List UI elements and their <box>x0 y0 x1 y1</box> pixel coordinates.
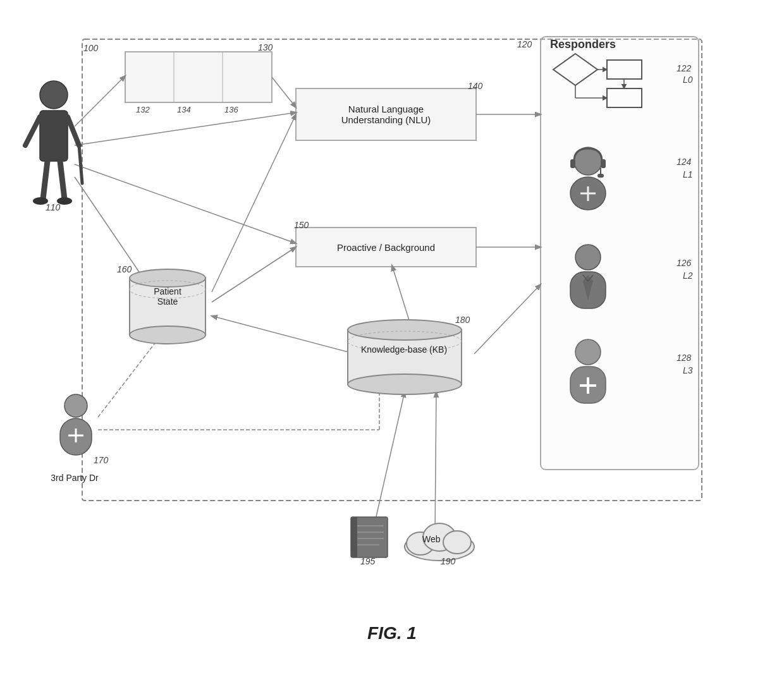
label-195: 195 <box>360 556 375 566</box>
svg-rect-63 <box>570 159 575 168</box>
label-124: 124 <box>677 157 691 167</box>
svg-rect-5 <box>296 88 476 140</box>
svg-line-34 <box>25 117 40 145</box>
svg-line-36 <box>79 145 82 183</box>
label-132: 132 <box>136 105 150 114</box>
diagram-container: 100 120 Responders 130 132 134 136 Natur… <box>0 0 784 675</box>
svg-point-75 <box>575 339 601 365</box>
svg-line-37 <box>43 161 47 199</box>
label-l1: L1 <box>683 169 693 179</box>
person-110 <box>19 76 89 215</box>
svg-point-26 <box>130 326 205 344</box>
label-110: 110 <box>46 202 60 212</box>
label-140: 140 <box>468 81 482 91</box>
label-134: 134 <box>177 105 191 114</box>
svg-rect-64 <box>601 159 606 168</box>
patient-state-cylinder <box>123 265 212 348</box>
svg-point-29 <box>348 320 462 340</box>
responder-l3-icon <box>556 338 620 408</box>
responder-l2-icon <box>556 243 620 313</box>
kb-cylinder <box>341 316 468 398</box>
web-label: Web <box>422 534 441 544</box>
svg-point-32 <box>40 81 68 109</box>
label-190: 190 <box>441 556 455 566</box>
label-136: 136 <box>224 105 238 114</box>
svg-point-70 <box>575 245 601 270</box>
proactive-box: Proactive / Background <box>296 228 476 267</box>
svg-rect-66 <box>597 174 604 178</box>
label-180: 180 <box>455 315 470 325</box>
svg-line-15 <box>212 247 296 302</box>
svg-rect-6 <box>296 228 476 267</box>
patient-state-label: Patient State <box>133 286 202 307</box>
svg-point-25 <box>130 269 205 287</box>
responder-l0-icon <box>550 47 651 123</box>
kb-label: Knowledge-base (KB) <box>353 344 455 355</box>
svg-line-9 <box>75 164 296 243</box>
label-l2: L2 <box>683 271 693 281</box>
svg-rect-57 <box>607 88 642 107</box>
svg-point-41 <box>64 394 87 417</box>
label-126: 126 <box>677 258 691 268</box>
svg-line-8 <box>75 113 296 145</box>
label-128: 128 <box>677 353 691 363</box>
svg-point-48 <box>443 531 471 554</box>
label-120: 120 <box>517 39 532 49</box>
svg-line-14 <box>212 114 296 292</box>
label-170: 170 <box>94 455 108 465</box>
label-150: 150 <box>294 220 309 230</box>
fig-label: FIG. 1 <box>367 623 417 643</box>
svg-line-38 <box>60 161 64 199</box>
label-l0: L0 <box>683 75 693 85</box>
nlu-box: Natural Language Understanding (NLU) <box>296 88 476 140</box>
svg-rect-33 <box>40 111 68 161</box>
label-170-text: 3rd Party Dr <box>37 473 113 483</box>
label-160: 160 <box>117 264 132 274</box>
svg-marker-55 <box>553 54 597 85</box>
svg-line-35 <box>68 117 79 145</box>
svg-line-18 <box>474 284 541 354</box>
label-l3: L3 <box>683 365 693 375</box>
label-122: 122 <box>677 63 691 73</box>
book-195 <box>345 512 395 562</box>
label-100: 100 <box>83 43 98 53</box>
label-130: 130 <box>258 42 273 52</box>
responder-l1-icon <box>556 145 620 215</box>
svg-rect-56 <box>607 60 642 79</box>
svg-rect-50 <box>351 517 357 557</box>
svg-rect-2 <box>125 52 272 102</box>
svg-point-30 <box>348 374 462 394</box>
svg-line-11 <box>272 77 296 107</box>
